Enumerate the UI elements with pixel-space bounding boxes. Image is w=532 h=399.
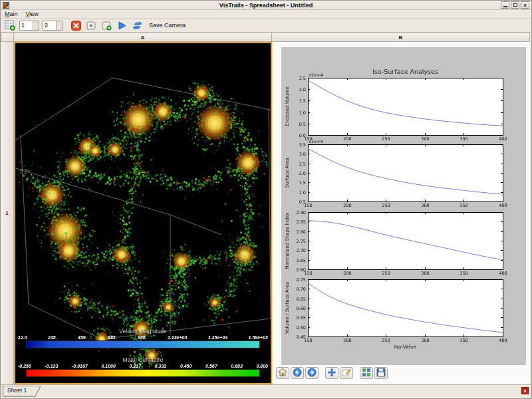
nav-home-button[interactable] (276, 367, 289, 379)
cell-capture-icon (86, 21, 96, 31)
maximize-icon (513, 3, 517, 7)
sheet-tab[interactable]: Sheet 1 (3, 386, 41, 396)
cell-capture-button[interactable] (85, 20, 97, 31)
nav-subplots-button[interactable] (360, 367, 373, 379)
row-header-1[interactable]: 1 (1, 42, 14, 384)
cell-b-plots[interactable] (273, 42, 530, 384)
tabbar-close-button[interactable]: x (521, 387, 529, 394)
sheet-tab-label: Sheet 1 (7, 387, 27, 394)
column-headers: A B (1, 33, 531, 42)
minimize-button[interactable] (501, 1, 509, 9)
update-button[interactable] (131, 20, 143, 31)
nav-back-button[interactable] (291, 367, 304, 379)
minimize-icon (503, 6, 507, 7)
delete-sheet-button[interactable] (70, 20, 82, 31)
figure-canvas[interactable] (281, 47, 526, 365)
rows-spinbox-input[interactable] (20, 21, 33, 30)
column-header-a[interactable]: A (14, 33, 272, 42)
menu-main[interactable]: Main (5, 11, 18, 17)
menu-bar: Main View (1, 10, 531, 19)
plot-nav-toolbar (276, 367, 388, 379)
volume-render-canvas[interactable] (15, 43, 271, 383)
nav-zoom-button[interactable] (340, 367, 353, 379)
home-icon (278, 368, 287, 379)
sheet-body: 1 Velocity Magnitude 12.0235.459.682.906… (1, 42, 531, 384)
nav-save-button[interactable] (374, 367, 388, 379)
zoom-icon (342, 368, 351, 379)
close-icon: x (523, 3, 526, 8)
window-title: VisTrails - Spreadsheet - Untitled (1, 2, 531, 9)
refresh-arrows-icon (132, 21, 142, 31)
maximize-button[interactable] (511, 1, 519, 9)
execute-button[interactable] (116, 20, 128, 31)
cell-add-icon (102, 21, 112, 31)
cols-spinbox[interactable] (43, 21, 63, 31)
rows-spinbox[interactable] (19, 21, 39, 31)
column-header-b[interactable]: B (272, 33, 530, 42)
cell-add-button[interactable] (100, 20, 112, 31)
subplots-icon (362, 368, 371, 379)
new-sheet-button[interactable] (4, 20, 16, 31)
cols-spinbox-input[interactable] (43, 21, 56, 30)
tab-bar: Sheet 1 x (1, 384, 531, 399)
rows-spin-down-icon[interactable] (33, 25, 39, 30)
corner-header[interactable] (1, 33, 14, 42)
play-icon (117, 21, 127, 31)
new-sheet-icon (5, 20, 15, 31)
forward-icon (307, 368, 317, 379)
save-camera-button[interactable]: Save Camera (149, 22, 186, 29)
main-toolbar: Save Camera (1, 19, 531, 33)
save-icon (376, 368, 386, 379)
title-bar: VisTrails - Spreadsheet - Untitled x (1, 1, 531, 10)
cols-spin-down-icon[interactable] (57, 25, 62, 30)
back-icon (293, 368, 302, 379)
pan-icon (327, 368, 336, 379)
delete-x-icon (71, 21, 81, 31)
menu-view[interactable]: View (26, 11, 39, 17)
close-button[interactable]: x (521, 1, 529, 9)
nav-forward-button[interactable] (305, 367, 319, 379)
nav-pan-button[interactable] (325, 367, 338, 379)
cell-a-volume-render[interactable]: Velocity Magnitude 12.0235.459.682.906.1… (14, 42, 272, 384)
